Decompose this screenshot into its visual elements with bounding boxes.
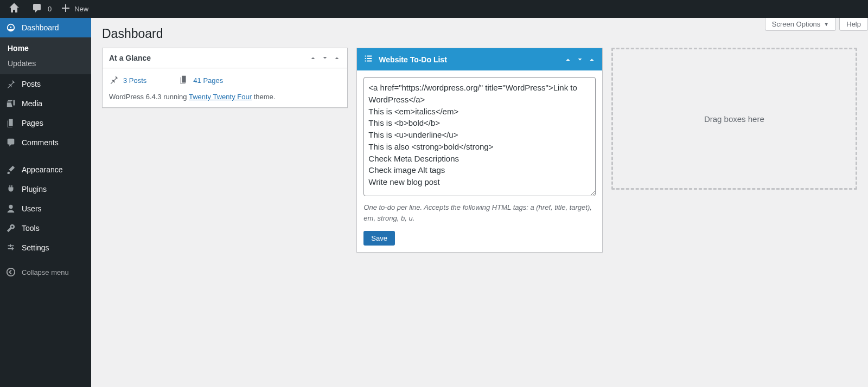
- dashboard-columns: At a Glance 3 Posts 41 Pages: [102, 48, 857, 253]
- admin-new-link[interactable]: New: [56, 0, 93, 18]
- menu-dashboard[interactable]: Dashboard: [0, 18, 91, 37]
- todo-title: Website To-Do List: [379, 55, 446, 64]
- menu-tools[interactable]: Tools: [0, 218, 91, 238]
- collapse-menu[interactable]: Collapse menu: [0, 263, 91, 263]
- menu-pages[interactable]: Pages: [0, 113, 91, 133]
- admin-comments-link[interactable]: 0: [27, 0, 56, 18]
- home-icon: [9, 3, 20, 15]
- comment-count: 0: [48, 5, 52, 13]
- menu-plugins[interactable]: Plugins: [0, 179, 91, 199]
- drop-zone-label: Drag boxes here: [704, 114, 764, 124]
- new-label: New: [74, 5, 88, 13]
- admin-bar: 0 New: [0, 0, 868, 18]
- menu-comments[interactable]: Comments: [0, 133, 91, 152]
- caret-down-icon: ▼: [824, 21, 829, 27]
- pin-icon: [109, 75, 119, 86]
- todo-box: Website To-Do List One to-do per line. A…: [356, 48, 602, 253]
- dashboard-icon: [5, 22, 16, 33]
- dashboard-submenu: Home Updates: [0, 37, 91, 74]
- at-a-glance-title: At a Glance: [109, 54, 309, 62]
- settings-icon: [5, 242, 16, 253]
- save-button[interactable]: Save: [363, 231, 395, 246]
- todo-textarea[interactable]: [363, 77, 595, 196]
- glance-pages-link[interactable]: 41 Pages: [179, 75, 223, 86]
- menu-settings[interactable]: Settings: [0, 238, 91, 257]
- wordpress-version: WordPress 6.4.3 running Twenty Twenty Fo…: [109, 93, 341, 101]
- move-down-icon[interactable]: [576, 56, 584, 63]
- box-controls: [564, 56, 596, 63]
- pages-icon: [179, 75, 189, 86]
- at-a-glance-body: 3 Posts 41 Pages WordPress 6.4.3 running…: [103, 68, 347, 107]
- page-title: Dashboard: [102, 18, 857, 48]
- brush-icon: [5, 164, 16, 175]
- at-a-glance-box: At a Glance 3 Posts 41 Pages: [102, 48, 348, 108]
- screen-options-button[interactable]: Screen Options ▼: [765, 18, 837, 31]
- pin-icon: [5, 79, 16, 89]
- move-up-icon[interactable]: [564, 56, 572, 63]
- submenu-home[interactable]: Home: [0, 41, 91, 56]
- user-icon: [5, 203, 16, 214]
- toggle-icon[interactable]: [333, 54, 341, 62]
- glance-posts-link[interactable]: 3 Posts: [109, 75, 146, 86]
- box-controls: [309, 54, 341, 62]
- comment-icon: [5, 137, 16, 148]
- submenu-updates[interactable]: Updates: [0, 56, 91, 71]
- menu-users[interactable]: Users: [0, 199, 91, 218]
- todo-body: One to-do per line. Accepts the followin…: [357, 70, 602, 252]
- pages-icon: [5, 118, 16, 128]
- todo-header[interactable]: Website To-Do List: [357, 48, 602, 70]
- menu-media[interactable]: Media: [0, 94, 91, 113]
- admin-sidebar: Dashboard Home Updates Posts Media Pages…: [0, 18, 91, 263]
- menu-separator: [0, 152, 91, 160]
- media-icon: [5, 98, 16, 109]
- move-up-icon[interactable]: [309, 54, 317, 62]
- drop-zone[interactable]: Drag boxes here: [611, 48, 857, 190]
- theme-link[interactable]: Twenty Twenty Four: [189, 93, 252, 101]
- main-content: Screen Options ▼ Help Dashboard At a Gla…: [91, 18, 868, 263]
- move-down-icon[interactable]: [321, 54, 329, 62]
- admin-home-link[interactable]: [4, 0, 27, 18]
- screen-meta-links: Screen Options ▼ Help: [765, 18, 868, 31]
- menu-posts[interactable]: Posts: [0, 74, 91, 94]
- wrench-icon: [5, 223, 16, 234]
- at-a-glance-header[interactable]: At a Glance: [103, 48, 347, 68]
- plug-icon: [5, 184, 16, 195]
- plus-icon: [60, 3, 71, 15]
- help-button[interactable]: Help: [839, 18, 868, 31]
- todo-hint: One to-do per line. Accepts the followin…: [363, 202, 595, 223]
- list-icon: [363, 54, 373, 65]
- comment-icon: [31, 3, 42, 15]
- toggle-icon[interactable]: [588, 56, 596, 63]
- menu-appearance[interactable]: Appearance: [0, 160, 91, 179]
